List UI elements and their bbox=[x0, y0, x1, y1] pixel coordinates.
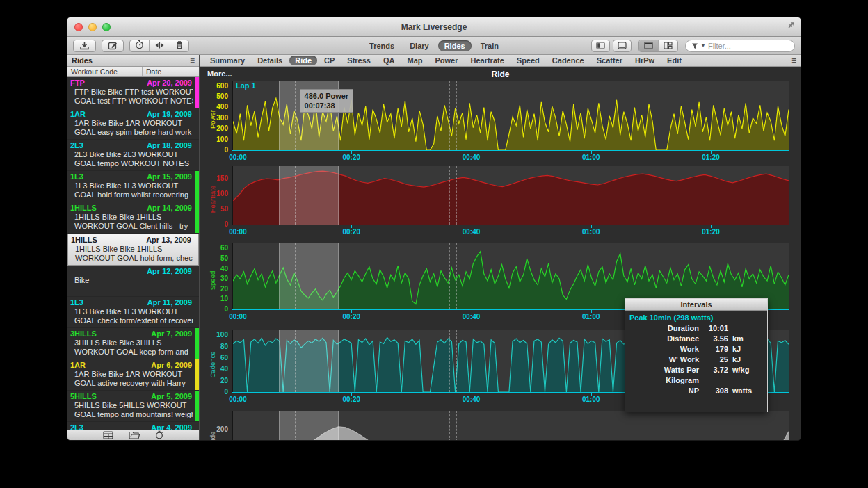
close-window-button[interactable] bbox=[74, 23, 83, 31]
tiled-layout-button[interactable] bbox=[659, 40, 677, 51]
lap-marker-line bbox=[456, 166, 457, 225]
sidebar-menu-icon[interactable]: ≡ bbox=[190, 56, 195, 65]
view-tab-trends[interactable]: Trends bbox=[363, 40, 401, 51]
power-time-axis: 00:0000:2000:4001:0001:20 bbox=[232, 150, 789, 162]
ride-item[interactable]: FTPApr 20, 2009FTP Bike Bike FTP test WO… bbox=[67, 77, 199, 108]
chart-menu-icon[interactable]: ≡ bbox=[791, 56, 796, 65]
tab-map[interactable]: Map bbox=[401, 56, 428, 65]
y-tick-label: 100 bbox=[216, 136, 228, 143]
x-tick-label: 00:20 bbox=[342, 228, 360, 236]
ride-item[interactable]: 1L3Apr 15, 20091L3 Bike Bike 1L3 WORKOUT… bbox=[67, 171, 199, 202]
toggle-bottom-panel-button[interactable] bbox=[613, 40, 632, 52]
ride-description-line: 1L3 Bike Bike 1L3 WORKOUT bbox=[70, 181, 193, 190]
view-tab-train[interactable]: Train bbox=[474, 40, 505, 51]
delete-ride-button[interactable] bbox=[170, 40, 188, 51]
ride-item[interactable]: 1ARApr 6, 20091AR Bike Bike 1AR WORKOUTG… bbox=[67, 359, 199, 391]
calendar-icon[interactable] bbox=[103, 430, 113, 441]
x-tick-label: 00:00 bbox=[229, 313, 247, 320]
view-tab-rides[interactable]: Rides bbox=[438, 40, 472, 51]
cadence-axis-label: Cadence bbox=[209, 344, 216, 386]
column-date[interactable]: Date bbox=[143, 67, 161, 76]
power-plot[interactable]: Lap 1486.0 Power00:07:38 bbox=[232, 81, 789, 150]
ride-color-bar bbox=[195, 359, 199, 390]
column-workout-code[interactable]: Workout Code bbox=[67, 67, 143, 76]
filter-input[interactable] bbox=[708, 42, 778, 50]
selected-interval-region[interactable] bbox=[279, 243, 339, 309]
tab-ride[interactable]: Ride bbox=[289, 56, 317, 65]
ride-code: FTP bbox=[70, 79, 85, 88]
selected-interval-region[interactable] bbox=[279, 411, 339, 441]
tab-stress[interactable]: Stress bbox=[341, 56, 376, 65]
ride-description-line: 1AR Bike Bike 1AR WORKOUT bbox=[70, 370, 193, 379]
minimize-window-button[interactable] bbox=[88, 23, 97, 31]
title-bar: Mark Liversedge bbox=[67, 17, 801, 37]
tab-cadence[interactable]: Cadence bbox=[547, 56, 590, 65]
tab-qa[interactable]: QA bbox=[378, 56, 401, 65]
ride-list-column-headers: Workout Code Date bbox=[67, 67, 199, 77]
ride-code: 2L3 bbox=[70, 141, 83, 150]
ride-code: 1AR bbox=[70, 110, 86, 119]
altitude-plot[interactable] bbox=[232, 411, 789, 441]
y-tick-label: 20 bbox=[220, 377, 228, 384]
ride-code: 1L3 bbox=[70, 172, 83, 181]
ride-item[interactable]: 1ARApr 19, 20091AR Bike Bike 1AR WORKOUT… bbox=[67, 108, 199, 140]
stopwatch-button[interactable] bbox=[130, 40, 150, 51]
traffic-lights bbox=[74, 23, 111, 31]
toggle-sidebar-button[interactable] bbox=[591, 40, 610, 52]
sidebar-left-icon bbox=[596, 42, 605, 49]
chart-panel-altitude: Altitude20015010000:0000:2000:4001:0001:… bbox=[200, 411, 801, 441]
ride-item[interactable]: 3HILLSApr 7, 20093HILLS Bike Bike 3HILLS… bbox=[67, 328, 199, 359]
interval-stat-row: Duration10:01 bbox=[629, 323, 763, 334]
view-tab-diary[interactable]: Diary bbox=[403, 40, 435, 51]
y-tick-label: 10 bbox=[220, 295, 228, 302]
ride-description-line: Bike bbox=[70, 276, 193, 285]
stopwatch-icon[interactable] bbox=[155, 430, 163, 441]
y-tick-label: 100 bbox=[216, 332, 228, 339]
ride-item[interactable]: 2L3Apr 4, 20092L3 Bike Bike 2L3 WORKOUTG… bbox=[67, 422, 199, 430]
tab-heartrate[interactable]: Heartrate bbox=[465, 56, 510, 65]
y-tick-label: 300 bbox=[216, 115, 228, 122]
compose-icon bbox=[108, 41, 118, 50]
tab-cp[interactable]: CP bbox=[319, 56, 340, 65]
lap-marker-line bbox=[456, 330, 457, 392]
ride-date: Apr 7, 2009 bbox=[151, 330, 192, 339]
ride-item[interactable]: 1L3Apr 11, 20091L3 Bike Bike 1L3 WORKOUT… bbox=[67, 297, 199, 328]
ride-item[interactable]: Apr 12, 2009Bike bbox=[67, 266, 199, 297]
tab-power[interactable]: Power bbox=[429, 56, 463, 65]
ride-date: Apr 13, 2009 bbox=[146, 236, 191, 245]
ride-item[interactable]: 5HILLSApr 5, 20095HILLS Bike 5HILLS WORK… bbox=[67, 391, 199, 422]
tab-edit[interactable]: Edit bbox=[661, 56, 687, 65]
selected-interval-region[interactable] bbox=[279, 330, 339, 392]
lap-marker-line bbox=[449, 166, 450, 225]
sidebar-title: Rides bbox=[72, 56, 93, 65]
tab-speed[interactable]: Speed bbox=[511, 56, 545, 65]
zoom-window-button[interactable] bbox=[102, 23, 111, 31]
folder-icon[interactable] bbox=[129, 430, 140, 441]
ride-description-line: 1AR Bike Bike 1AR WORKOUT bbox=[70, 119, 193, 128]
ride-item[interactable]: 2L3Apr 18, 20092L3 Bike Bike 2L3 WORKOUT… bbox=[67, 140, 199, 171]
ride-item[interactable]: 1HILLSApr 13, 20091HILLS Bike Bike 1HILL… bbox=[67, 234, 199, 266]
cursor-tooltip: 486.0 Power00:07:38 bbox=[300, 89, 354, 113]
lap-marker-line bbox=[449, 411, 450, 441]
tab-details[interactable]: Details bbox=[252, 56, 288, 65]
selected-interval-region[interactable] bbox=[279, 166, 339, 225]
ride-date: Apr 15, 2009 bbox=[147, 172, 192, 181]
split-ride-button[interactable] bbox=[150, 40, 170, 51]
ride-item[interactable]: 1HILLSApr 14, 20091HILLS Bike Bike 1HILL… bbox=[67, 202, 199, 234]
ride-code: 3HILLS bbox=[70, 330, 97, 339]
tab-scatter[interactable]: Scatter bbox=[591, 56, 628, 65]
heartrate-plot[interactable] bbox=[232, 166, 789, 225]
ride-date: Apr 19, 2009 bbox=[147, 110, 192, 119]
y-tick-label: 20 bbox=[220, 286, 228, 293]
ride-description-line: GOAL tempo and mountains! weight bbox=[70, 410, 193, 419]
intervals-popup-title[interactable]: Intervals bbox=[625, 299, 767, 311]
intervals-popup[interactable]: Intervals Peak 10min (298 watts) Duratio… bbox=[625, 298, 768, 412]
tabbed-layout-button[interactable] bbox=[639, 40, 659, 51]
tab-hrpw[interactable]: HrPw bbox=[629, 56, 660, 65]
chevron-down-icon[interactable]: ▼ bbox=[700, 42, 706, 49]
fullscreen-icon[interactable] bbox=[785, 22, 795, 34]
manual-entry-button[interactable] bbox=[102, 40, 124, 52]
tab-summary[interactable]: Summary bbox=[204, 56, 250, 65]
ride-description-line: 1HILLS Bike Bike 1HILLS bbox=[71, 245, 193, 254]
download-ride-button[interactable] bbox=[73, 40, 96, 52]
